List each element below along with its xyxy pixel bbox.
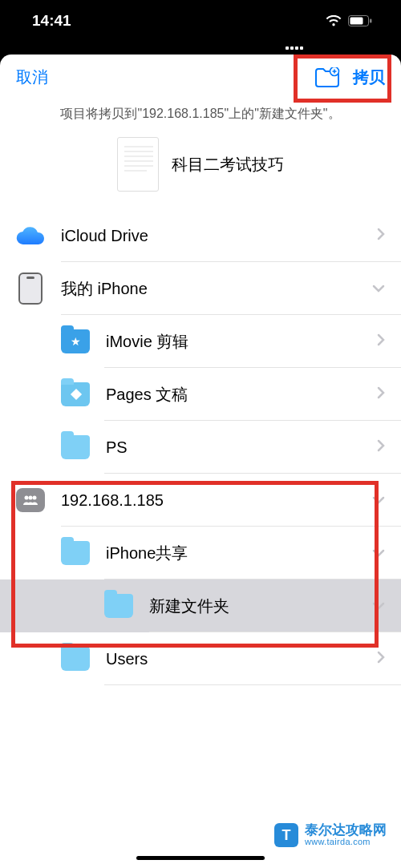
folder-icon xyxy=(61,539,90,567)
svg-point-4 xyxy=(25,496,29,500)
folder-imovie[interactable]: iMovie 剪辑 xyxy=(0,315,401,368)
chevron-down-icon xyxy=(372,281,385,296)
copy-button[interactable]: 拷贝 xyxy=(353,67,385,88)
status-bar: 14:41 xyxy=(0,0,401,42)
chevron-down-icon xyxy=(372,599,385,613)
folder-icon xyxy=(61,433,90,462)
chevron-down-icon xyxy=(372,546,385,560)
battery-icon xyxy=(348,15,372,26)
file-name: 科目二考试技巧 xyxy=(172,154,284,176)
modal-sheet: 取消 拷贝 项目将拷贝到"192.168.1.185"上的"新建文件夹"。 科目… xyxy=(0,55,401,868)
chevron-right-icon xyxy=(377,333,385,349)
svg-point-6 xyxy=(33,496,37,500)
folder-iphone-share[interactable]: iPhone共享 xyxy=(0,527,401,579)
chevron-right-icon xyxy=(377,651,385,667)
status-time: 14:41 xyxy=(32,12,71,30)
new-folder-icon[interactable] xyxy=(314,67,338,87)
watermark-logo-icon: T xyxy=(274,823,298,847)
folder-new-folder[interactable]: 新建文件夹 xyxy=(0,579,401,632)
location-icloud[interactable]: iCloud Drive xyxy=(0,209,401,262)
folder-icon xyxy=(61,327,90,356)
folder-list: iCloud Drive 我的 iPhone iMovie 剪辑 Pages 文… xyxy=(0,209,401,685)
network-server-icon xyxy=(16,486,45,515)
folder-icon xyxy=(104,591,133,620)
home-indicator[interactable] xyxy=(136,856,265,860)
destination-subtitle: 项目将拷贝到"192.168.1.185"上的"新建文件夹"。 xyxy=(0,106,401,123)
svg-point-5 xyxy=(29,496,33,500)
location-server[interactable]: 192.168.1.185 xyxy=(0,474,401,527)
location-my-iphone[interactable]: 我的 iPhone xyxy=(0,262,401,315)
watermark: T 泰尔达攻略网 www.tairda.com xyxy=(274,823,387,847)
chevron-right-icon xyxy=(377,439,385,455)
watermark-url: www.tairda.com xyxy=(305,838,387,847)
document-thumbnail-icon xyxy=(117,137,159,192)
svg-rect-1 xyxy=(350,18,363,25)
folder-ps[interactable]: PS xyxy=(0,421,401,474)
iphone-icon xyxy=(16,274,45,303)
file-preview: 科目二考试技巧 xyxy=(0,137,401,192)
wifi-icon xyxy=(326,15,342,27)
sheet-header: 取消 拷贝 xyxy=(0,55,401,99)
folder-pages[interactable]: Pages 文稿 xyxy=(0,368,401,421)
cancel-button[interactable]: 取消 xyxy=(16,67,48,88)
chevron-down-icon xyxy=(372,493,385,507)
chevron-right-icon xyxy=(377,386,385,402)
folder-users[interactable]: Users xyxy=(0,632,401,685)
folder-icon xyxy=(61,380,90,409)
icloud-icon xyxy=(16,221,45,250)
svg-rect-2 xyxy=(370,19,372,23)
chevron-right-icon xyxy=(377,228,385,244)
watermark-title: 泰尔达攻略网 xyxy=(305,823,387,838)
folder-icon xyxy=(61,644,90,673)
